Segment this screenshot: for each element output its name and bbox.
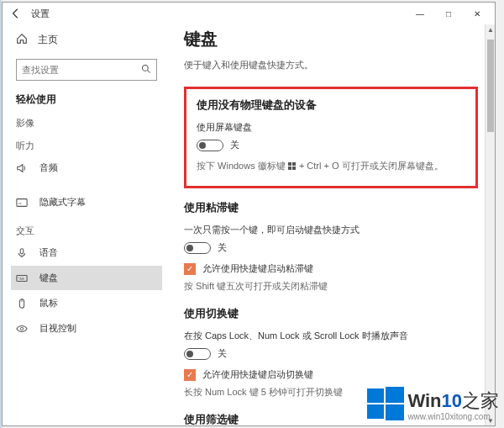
togglekeys-heading: 使用切换键 [184,306,478,321]
sidebar-item-audio[interactable]: 音频 [11,156,162,180]
sticky-keys-section: 使用粘滞键 一次只需按一个键，即可启动键盘快捷方式 关 ✓ 允许使用快捷键启动粘… [184,200,478,293]
sticky-shortcut-checkbox[interactable]: ✓ [184,263,196,275]
togglekeys-toggle-state: 关 [218,347,227,360]
svg-point-12 [20,327,24,330]
windows-key-icon [288,162,297,171]
group-vision: 影像 [16,117,157,129]
sidebar-item-label: 隐藏式字幕 [39,196,86,209]
scroll-down-arrow[interactable]: ▼ [486,415,495,425]
page-desc: 便于键入和使用键盘快捷方式。 [184,59,478,71]
filter-heading: 使用筛选键 [184,412,478,425]
toggle-keys-section: 使用切换键 在按 Caps Lock、Num Lock 或 Scroll Loc… [184,306,478,399]
sidebar-item-label: 目视控制 [39,322,76,335]
home-label: 主页 [38,33,58,47]
sidebar: 主页 轻松使用 影像 听力 音频 影像 cc [3,24,171,425]
svg-rect-13 [288,162,291,166]
svg-rect-15 [288,166,291,170]
osk-heading: 使用没有物理键盘的设备 [197,98,465,113]
togglekeys-checkbox-label: 允许使用快捷键启动切换键 [202,368,313,381]
sticky-checkbox-label: 允许使用快捷键启动粘滞键 [202,262,313,275]
mouse-icon [16,298,31,309]
home-link[interactable]: 主页 [16,28,157,52]
scroll-up-arrow[interactable]: ▲ [486,24,495,34]
eye-icon [16,323,31,335]
osk-section-highlight: 使用没有物理键盘的设备 使用屏幕键盘 关 按下 Windows 徽标键 + Ct… [184,87,478,188]
sticky-toggle[interactable] [184,242,211,254]
sidebar-item-keyboard[interactable]: 键盘 [11,266,162,290]
search-box[interactable] [16,59,157,81]
speaker-icon [16,162,31,174]
cc-icon: cc [16,197,31,209]
mic-icon [16,247,31,259]
maximize-button[interactable]: □ [434,3,463,24]
content-pane: 键盘 便于键入和使用键盘快捷方式。 使用没有物理键盘的设备 使用屏幕键盘 关 按… [171,24,495,425]
sticky-hint: 按 Shift 键五次可打开或关闭粘滞键 [184,280,478,293]
togglekeys-toggle[interactable] [184,348,211,360]
search-icon [141,64,151,77]
group-hearing: 听力 [16,140,157,152]
osk-toggle[interactable] [197,140,223,151]
group-interaction: 交互 [16,225,157,237]
svg-rect-4 [20,248,24,253]
minimize-button[interactable]: — [406,3,434,24]
togglekeys-hint: 长按 Num Lock 键 5 秒钟可打开切换键 [184,386,478,399]
togglekeys-label: 在按 Caps Lock、Num Lock 或 Scroll Lock 时播放声… [184,330,478,342]
settings-window: 设置 — □ ✕ 主页 轻松使用 影像 听力 [2,2,496,426]
svg-rect-14 [292,162,296,166]
svg-rect-16 [292,166,296,170]
scrollbar[interactable]: ▲ ▼ [485,24,495,425]
sidebar-item-eye-control[interactable]: 目视控制 [11,316,162,341]
home-icon [16,33,29,47]
svg-rect-5 [17,275,27,281]
sidebar-item-cc[interactable]: cc 隐藏式字幕 [11,190,162,214]
osk-toggle-state: 关 [230,139,239,151]
sidebar-item-label: 语音 [39,246,58,259]
sidebar-item-label: 鼠标 [39,297,58,309]
page-title: 键盘 [184,28,478,50]
keyboard-icon [16,272,31,284]
search-input[interactable] [22,65,141,75]
filter-keys-section: 使用筛选键 忽略短暂或重复的击键并更改键盘重复 [184,412,478,425]
sticky-label: 一次只需按一个键，即可启动键盘快捷方式 [184,224,478,236]
osk-hint: 按下 Windows 徽标键 + Ctrl + O 可打开或关闭屏幕键盘。 [197,160,465,172]
sidebar-section-title: 轻松使用 [16,92,157,107]
sticky-toggle-state: 关 [218,241,227,254]
sidebar-item-mouse[interactable]: 鼠标 [11,291,162,315]
titlebar: 设置 — □ ✕ [3,3,495,24]
togglekeys-shortcut-checkbox[interactable]: ✓ [184,369,196,381]
sticky-heading: 使用粘滞键 [184,200,478,215]
svg-point-0 [143,65,149,71]
window-title: 设置 [31,8,50,20]
sidebar-item-label: 键盘 [39,272,58,284]
close-button[interactable]: ✕ [463,3,491,24]
scroll-thumb[interactable] [487,40,494,132]
back-button[interactable] [6,3,26,24]
svg-text:cc: cc [18,200,23,204]
sidebar-item-speech[interactable]: 语音 [11,240,162,265]
sidebar-item-label: 音频 [39,161,58,174]
osk-label: 使用屏幕键盘 [197,121,465,134]
svg-line-1 [148,70,150,72]
